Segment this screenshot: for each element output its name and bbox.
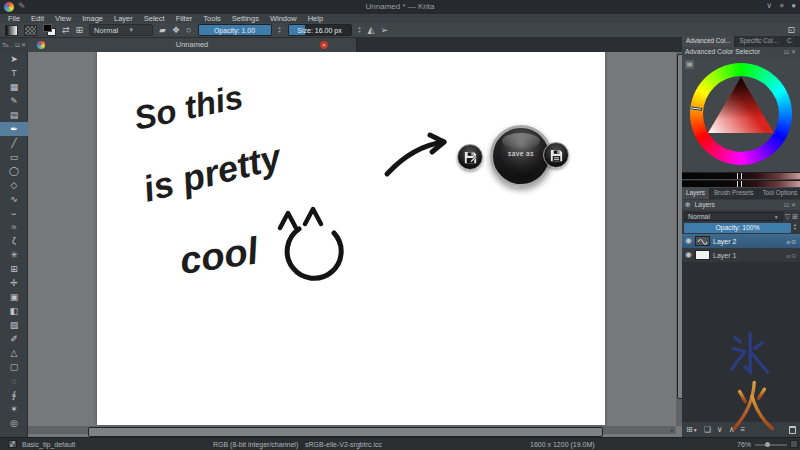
blend-mode-select[interactable]: Normal ▼ [89,24,153,36]
layer-opacity-spinner[interactable]: ▲▼ [792,223,798,231]
layers-filter-icon[interactable]: ⊕ [685,201,691,208]
menu-settings[interactable]: Settings [232,14,259,23]
foreground-background-colors[interactable] [43,24,56,36]
opacity-slider[interactable]: Opacity: 1.00 [198,24,272,36]
toolbox-dock-header[interactable]: To... ⊡✕ [0,38,28,52]
float-dock-icon[interactable]: ⊡ [784,202,791,208]
opacity-spinner[interactable]: ▲▼ [278,26,282,34]
menu-filter[interactable]: Filter [176,14,193,23]
tool-freehand-path[interactable]: ≈ [0,220,28,234]
tool-ellipse[interactable]: ◯ [0,164,28,178]
tool-select-shapes[interactable]: ➤ [0,52,28,66]
zoom-slider-knob[interactable] [765,442,770,447]
menu-tools[interactable]: Tools [203,14,221,23]
tool-transform[interactable]: ⊞ [0,262,28,276]
tool-polyline[interactable]: ∿ [0,192,28,206]
scroll-right-icon[interactable]: ▸ [671,426,674,434]
tool-freehand-selection[interactable]: ∮ [0,388,28,402]
duplicate-layer-button[interactable]: ❏ [704,425,711,434]
tool-color-sampler[interactable]: ✐ [0,332,28,346]
tool-rectangular-selection[interactable]: ▢ [0,360,28,374]
layer-row-layer2[interactable]: ◉ Layer 2 α⊙ [682,234,800,248]
tool-fill[interactable]: ◧ [0,304,28,318]
tab-tool-options[interactable]: Tool Options [758,188,800,199]
add-layer-button[interactable]: ⊞▼ [686,425,698,434]
move-layer-up-button[interactable]: ∧ [729,425,735,434]
size-spinner[interactable]: ▲▼ [358,26,362,34]
brush-presets-icon[interactable]: ⊞ [76,24,84,37]
visibility-eye-icon[interactable]: ◉ [685,234,692,248]
visibility-eye-icon[interactable]: ◉ [685,248,692,262]
hue-ring[interactable] [690,63,792,165]
tool-bezier-curve[interactable]: ⌣ [0,206,28,220]
delete-layer-button[interactable] [789,426,796,434]
alpha-lock-icon[interactable]: ⊙ [791,253,797,259]
menu-select[interactable]: Select [144,14,165,23]
menu-image[interactable]: Image [82,14,103,23]
mirror-icon[interactable]: ◭ [367,24,374,37]
tool-zoom[interactable]: ◎ [0,416,28,430]
advanced-color-selector-header[interactable]: Advanced Color Selector ⊡✕ [682,47,800,57]
reload-preset-icon[interactable]: ❖ [172,24,180,37]
shade-slider-1[interactable] [682,172,800,179]
tool-gradient[interactable]: ▨ [0,318,28,332]
tool-dynamic-brush[interactable]: ζ [0,234,28,248]
gradient-chooser[interactable] [5,25,18,36]
workspace-chooser-icon[interactable]: ⊡ [787,24,795,37]
layer-list-options-icon[interactable]: ⊞ [792,212,798,221]
layer-list-empty-area[interactable] [682,262,800,422]
tab-brush-presets[interactable]: Brush Presets [710,188,759,199]
tab-close-icon[interactable]: ✕ [320,41,328,49]
layers-dock-header[interactable]: ⊕ Layers ⊡✕ [682,200,800,210]
close-icon[interactable]: ● [791,1,796,10]
layer-properties-button[interactable]: ≡ [741,425,746,434]
foreground-color-swatch[interactable] [43,24,52,32]
close-dock-icon[interactable]: ✕ [791,49,798,55]
tab-color-cutoff[interactable]: C [783,36,797,47]
layer-blend-mode-select[interactable]: Normal ▼ [684,212,783,221]
tool-rectangle[interactable]: ▭ [0,150,28,164]
tool-line[interactable]: ╱ [0,136,28,150]
menu-window[interactable]: Window [270,14,297,23]
move-layer-down-button[interactable]: ∨ [717,425,723,434]
layer-filter-icon[interactable]: ▽ [785,212,790,221]
layer-row-layer1[interactable]: ◉ Layer 1 α⊙ [682,248,800,262]
menu-view[interactable]: View [55,14,71,23]
tab-layers[interactable]: Layers [682,188,710,199]
tool-polygon[interactable]: ◇ [0,178,28,192]
tool-elliptical-selection[interactable]: ◌ [0,374,28,388]
menu-file[interactable]: File [8,14,20,23]
brush-editor-icon[interactable]: ⇄ [62,24,70,37]
float-dock-icon[interactable]: ⊡ [784,49,791,55]
minimize-icon[interactable]: ∨ [766,1,772,10]
menu-layer[interactable]: Layer [114,14,133,23]
horizontal-scrollbar-thumb[interactable] [88,427,603,437]
pattern-chooser[interactable] [24,25,37,36]
canvas-area[interactable]: So this is pretty cool save as [28,52,683,437]
horizontal-scrollbar[interactable]: ▸ [28,426,676,434]
document-tab[interactable]: Unnamed ✕ [28,38,357,52]
tool-freehand-brush[interactable]: ✒ [0,122,28,136]
tab-specific-color-selector[interactable]: Specific Col... [735,36,783,47]
close-dock-icon[interactable]: ✕ [21,42,27,48]
size-slider[interactable]: Size: 16.00 px [288,24,352,36]
alpha-lock-icon[interactable]: ⊙ [791,239,797,245]
eraser-mode-icon[interactable]: ▰ [159,24,166,37]
tab-advanced-color-selector[interactable]: Advanced Col... [682,36,735,47]
zoom-fit-icon[interactable] [790,440,798,448]
tool-text[interactable]: T [0,66,28,80]
shade-slider-2[interactable] [682,180,800,187]
close-dock-icon[interactable]: ✕ [791,202,798,208]
preserve-alpha-icon[interactable]: ○ [186,24,191,37]
layer-opacity-slider[interactable]: Opacity: 100% [684,223,791,233]
wrap-around-icon[interactable]: ➢ [380,24,388,37]
tool-move[interactable]: ✛ [0,276,28,290]
menu-help[interactable]: Help [308,14,323,23]
tool-calligraphy[interactable]: ▤ [0,108,28,122]
menu-edit[interactable]: Edit [31,14,44,23]
zoom-slider[interactable] [755,444,787,446]
maximize-icon[interactable]: ⋄ [779,1,784,10]
tool-pencil[interactable]: ✎ [0,94,28,108]
tool-crop[interactable]: ▣ [0,290,28,304]
tool-similar-color-selection[interactable]: ✶ [0,402,28,416]
